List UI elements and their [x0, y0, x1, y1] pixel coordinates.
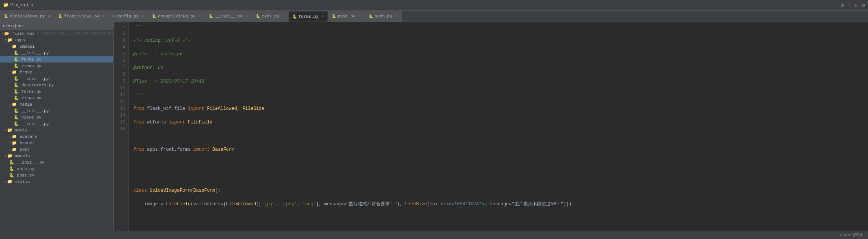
- sidebar-item-19[interactable]: 🐍 __init__.py: [0, 159, 113, 166]
- code-line-10: from apps.front.forms import BaseForm: [133, 146, 863, 153]
- code-line-5: @Time : 2023/07/17 18:42: [133, 78, 863, 85]
- tab-exts[interactable]: 🐍exts.py×: [252, 11, 289, 22]
- sidebar-root[interactable]: ▾📂 flask_bbs C:\Users\nlp_1\PycharmProje…: [0, 30, 113, 37]
- tab-close-post[interactable]: ×: [358, 14, 361, 19]
- tree-item-label: __init__.py: [22, 51, 49, 55]
- project-label[interactable]: 📁 Project ▾: [3, 2, 34, 8]
- line-number-16: 16: [117, 126, 125, 133]
- tree-item-label: models: [15, 154, 30, 158]
- tab-auth[interactable]: 🐍auth.py×: [365, 11, 401, 22]
- tree-item-label: forms.py: [22, 57, 42, 62]
- root-folder-icon: 📂: [4, 31, 9, 36]
- py-file-icon: 🐍: [14, 115, 19, 120]
- folder-expand-icon: ▾: [5, 128, 6, 132]
- tab-init[interactable]: 🐍__init__.py×: [205, 11, 252, 22]
- sidebar-item-15[interactable]: ▾📁 avatars: [0, 133, 113, 140]
- sidebar-item-21[interactable]: 🐍 post.py: [0, 172, 113, 178]
- tab-close-auth[interactable]: ×: [395, 14, 398, 19]
- main-area: ▾ Project ▾📂 flask_bbs C:\Users\nlp_1\Py…: [0, 22, 868, 231]
- folder-icon: 📁: [12, 102, 17, 107]
- tree-item-label: __init__.py: [22, 109, 49, 113]
- tree-item-label: views.py: [22, 115, 42, 120]
- sidebar-item-5[interactable]: ▾📁 front: [0, 69, 113, 75]
- status-text: CSDN @李布: [840, 232, 863, 238]
- sidebar-item-7[interactable]: 🐍 decorators.py: [0, 82, 113, 88]
- toolbar-icon-4[interactable]: ⚙: [862, 2, 865, 8]
- line-number-2: 2: [117, 30, 125, 37]
- sidebar-item-4[interactable]: 🐍 views.py: [0, 62, 113, 69]
- toolbar-icon-3[interactable]: ⇅: [855, 2, 858, 8]
- line-number-4: 4: [117, 44, 125, 51]
- sidebar-item-16[interactable]: ▾📁 banner: [0, 140, 113, 146]
- folder-icon: 📁: [12, 147, 17, 152]
- folder-icon: 📁: [7, 153, 12, 158]
- tree-item-label: media: [15, 128, 28, 133]
- tab-close-front_views[interactable]: ×: [102, 14, 105, 19]
- folder-icon: 📁: [12, 141, 17, 145]
- line-number-11: 11: [117, 92, 125, 98]
- tree-item-label: forms.py: [22, 89, 42, 94]
- tab-close-init[interactable]: ×: [245, 14, 248, 19]
- tree-item-label: media: [20, 102, 32, 107]
- sidebar-item-0[interactable]: ▾📁 apps: [0, 37, 113, 43]
- tab-icon-auth: 🐍: [368, 14, 373, 19]
- root-label: flask_bbs: [12, 31, 34, 36]
- py-init-icon: 🐍: [14, 108, 19, 113]
- tab-icon-exts: 🐍: [256, 14, 260, 19]
- tree-item-label: static: [15, 180, 30, 184]
- sidebar-item-2[interactable]: 🐍 __init__.py: [0, 50, 113, 56]
- tab-config[interactable]: ⚙config.py×: [109, 11, 148, 22]
- tab-close-cmsapi_views[interactable]: ×: [198, 14, 201, 19]
- sidebar-item-9[interactable]: 🐍 views.py: [0, 95, 113, 101]
- tab-label-forms: forms.py: [298, 14, 318, 19]
- sidebar-item-17[interactable]: ▾📁 post: [0, 146, 113, 153]
- tab-front_views[interactable]: 🐍front\views.py×: [54, 11, 108, 22]
- line-number-13: 13: [117, 105, 125, 112]
- sidebar-item-10[interactable]: ▾📁 media: [0, 101, 113, 108]
- line-number-5: 5: [117, 51, 125, 58]
- tab-label-cmsapi_views: cmsapi\views.py: [158, 14, 195, 19]
- sidebar-item-22[interactable]: ▾📁 static: [0, 178, 113, 185]
- py-file-icon: 🐍: [14, 63, 19, 68]
- code-line-1: ''': [133, 23, 863, 30]
- tab-close-exts[interactable]: ×: [282, 14, 284, 19]
- sidebar-item-3[interactable]: 🐍 forms.py: [0, 56, 113, 62]
- sidebar-item-6[interactable]: 🐍 __init__.py: [0, 75, 113, 82]
- folder-expand-icon: ▾: [5, 180, 6, 184]
- toolbar-icon-2[interactable]: ≡: [848, 2, 851, 8]
- sidebar-item-1[interactable]: ▾📁 cmsapi: [0, 43, 113, 50]
- sidebar-item-8[interactable]: 🐍 forms.py: [0, 88, 113, 95]
- tab-media_views[interactable]: 🐍media\views.py×: [0, 11, 54, 22]
- folder-expand-icon: ▾: [9, 44, 11, 48]
- tab-post[interactable]: 🐍post.py×: [328, 11, 365, 22]
- code-line-11: [133, 160, 863, 167]
- sidebar-item-20[interactable]: 🐍 auth.py: [0, 166, 113, 172]
- folder-expand-icon: ▾: [9, 70, 11, 74]
- tab-label-media_views: media\views.py: [10, 14, 45, 19]
- tab-close-media_views[interactable]: ×: [48, 14, 50, 19]
- project-dropdown-icon[interactable]: ▾: [31, 2, 33, 8]
- sidebar-item-18[interactable]: ▾📁 models: [0, 153, 113, 159]
- sidebar-item-11[interactable]: 🐍 __init__.py: [0, 108, 113, 114]
- line-number-7: 7: [117, 64, 125, 71]
- folder-icon: 📁: [12, 134, 17, 139]
- folder-expand-icon: ▾: [9, 134, 11, 139]
- folder-expand-icon: ▾: [5, 38, 6, 42]
- tab-icon-post: 🐍: [332, 14, 336, 19]
- tab-cmsapi_views[interactable]: 🐍cmsapi\views.py×: [148, 11, 205, 22]
- tab-label-front_views: front\views.py: [64, 14, 99, 19]
- code-content[interactable]: ''' -*- coding: utf-8 -*- @File : forms.…: [129, 22, 868, 231]
- tab-forms[interactable]: 🐍forms.py×: [289, 11, 328, 22]
- tab-label-exts: exts.py: [262, 14, 279, 19]
- sidebar-item-13[interactable]: 🐍 __init__.py: [0, 120, 113, 127]
- tab-close-forms[interactable]: ×: [322, 14, 324, 19]
- sidebar-item-14[interactable]: ▾📁 media: [0, 127, 113, 133]
- code-line-2: -*- coding: utf-8 -*-: [133, 37, 863, 44]
- toolbar-icon-1[interactable]: ⚙: [841, 2, 844, 8]
- folder-expand-icon: ▾: [9, 147, 11, 152]
- tab-close-config[interactable]: ×: [142, 14, 144, 19]
- folder-icon: 📁: [7, 179, 12, 184]
- project-sidebar: ▾ Project ▾📂 flask_bbs C:\Users\nlp_1\Py…: [0, 22, 114, 231]
- py-file-icon: 🐍: [9, 166, 14, 171]
- sidebar-item-12[interactable]: 🐍 views.py: [0, 114, 113, 120]
